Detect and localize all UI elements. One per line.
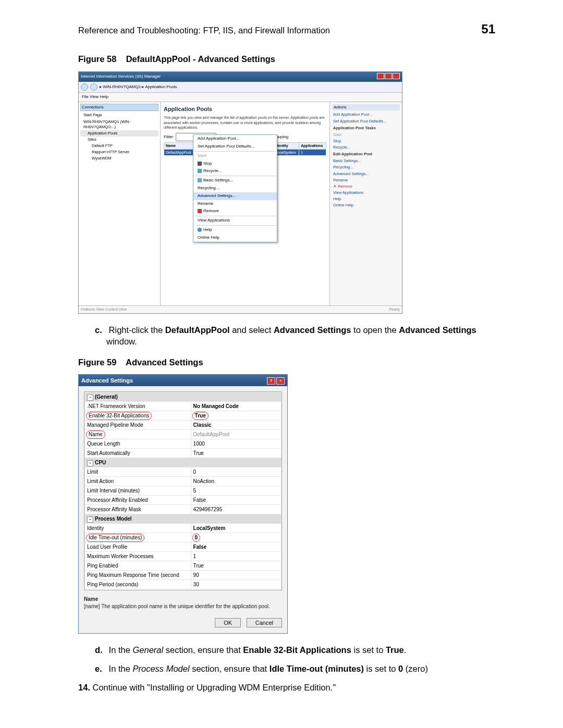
act-online-help[interactable]: Online Help bbox=[332, 202, 400, 208]
act-recycling[interactable]: Recycling... bbox=[332, 164, 400, 170]
adv-description: Name [name] The application pool name is… bbox=[84, 596, 282, 610]
ctx-add[interactable]: Add Application Pool... bbox=[193, 135, 277, 143]
act-view-apps[interactable]: View Applications bbox=[332, 190, 400, 196]
iis-menubar[interactable]: File View Help bbox=[79, 93, 402, 102]
tree-start-page[interactable]: Start Page bbox=[80, 112, 158, 118]
advanced-settings-dialog: Advanced Settings ?× -(General) .NET Fra… bbox=[78, 374, 288, 633]
row-enable32[interactable]: Enable 32-Bit Applications bbox=[85, 411, 191, 421]
tree-wdm[interactable]: WyseWDM bbox=[80, 155, 158, 162]
footer-tabs[interactable]: Features View Content View bbox=[81, 307, 127, 312]
step-14-text: Continue with "Installing or Upgrading W… bbox=[93, 683, 336, 692]
tree-server[interactable]: WIN-RH0V7QAMQ1 (WIN-RH0V7QAMQ1\...) bbox=[80, 119, 158, 130]
iis-center-pane: Application Pools This page lets you vie… bbox=[161, 102, 329, 305]
grp-general: (General) bbox=[95, 394, 118, 400]
iis-actions-panel: Actions Add Application Pool... Set Appl… bbox=[329, 102, 402, 305]
cancel-button[interactable]: Cancel bbox=[247, 618, 282, 627]
iis-titlebar: Internet Information Services (IIS) Mana… bbox=[79, 72, 402, 82]
expand-icon[interactable]: - bbox=[87, 394, 93, 401]
step-c-label: c. bbox=[95, 324, 106, 336]
row-name[interactable]: Name bbox=[85, 430, 191, 439]
cell-apps: 1 bbox=[299, 149, 326, 155]
page-header: Reference and Troubleshooting: FTP, IIS,… bbox=[78, 21, 495, 38]
act-tasks-hd: Application Pool Tasks bbox=[332, 125, 400, 132]
ctx-online-help[interactable]: Online Help bbox=[193, 234, 277, 242]
ctx-basic[interactable]: Basic Settings... bbox=[193, 177, 277, 184]
ctx-advanced[interactable]: Advanced Settings... bbox=[193, 192, 277, 200]
expand-icon[interactable]: - bbox=[87, 516, 93, 523]
adv-property-grid[interactable]: -(General) .NET Framework VersionNo Mana… bbox=[84, 391, 282, 590]
cell-name: DefaultAppPool bbox=[164, 149, 195, 155]
tree-default-ftp[interactable]: Default FTP bbox=[80, 143, 158, 149]
row-idle-timeout[interactable]: Idle Time-out (minutes) bbox=[85, 533, 191, 542]
act-start: Start bbox=[332, 132, 400, 138]
step-14-label: 14. bbox=[78, 683, 90, 692]
context-menu[interactable]: Add Application Pool... Set Application … bbox=[193, 134, 277, 242]
ctx-recycle[interactable]: Recycle... bbox=[193, 167, 277, 175]
help-button-icon[interactable]: ? bbox=[267, 377, 275, 385]
iis-breadcrumb: ▸ WIN-RH0V7QAMQ1 ▸ Application Pools bbox=[100, 84, 177, 90]
step-c: c. Right-click the DefaultAppPool and se… bbox=[95, 324, 495, 348]
connections-header: Connections bbox=[80, 104, 158, 111]
filter-label: Filter: bbox=[164, 134, 174, 140]
adv-desc-text: [name] The application pool name is the … bbox=[84, 603, 270, 609]
ctx-rename[interactable]: Rename bbox=[193, 200, 277, 208]
stop-icon bbox=[198, 162, 202, 166]
ctx-defaults[interactable]: Set Application Pool Defaults... bbox=[193, 143, 277, 151]
ctx-recycling[interactable]: Recycling... bbox=[193, 184, 277, 192]
act-stop[interactable]: Stop bbox=[332, 138, 400, 144]
tree-sites[interactable]: Sites bbox=[80, 137, 158, 143]
iis-connections-panel: Connections Start Page WIN-RH0V7QAMQ1 (W… bbox=[79, 102, 161, 305]
ok-button[interactable]: OK bbox=[215, 618, 241, 627]
grp-process-model: Process Model bbox=[95, 516, 132, 522]
pane-title: Application Pools bbox=[164, 105, 326, 113]
step-d: d. In the General section, ensure that E… bbox=[95, 644, 495, 656]
act-add[interactable]: Add Application Pool... bbox=[332, 112, 400, 118]
act-edit-hd: Edit Application Pool bbox=[332, 151, 400, 158]
act-remove[interactable]: ✕ Remove bbox=[332, 183, 400, 190]
ctx-stop[interactable]: Stop bbox=[193, 160, 277, 168]
nav-back-icon[interactable] bbox=[81, 83, 88, 91]
iis-address-bar: ▸ WIN-RH0V7QAMQ1 ▸ Application Pools bbox=[79, 82, 402, 93]
col-apps[interactable]: Applications bbox=[299, 143, 326, 149]
adv-desc-name: Name bbox=[84, 596, 282, 603]
ctx-start: Start bbox=[193, 152, 277, 160]
step-e: e. In the Process Model section, ensure … bbox=[95, 663, 495, 674]
pane-description: This page lets you view and manage the l… bbox=[164, 115, 326, 130]
act-rename[interactable]: Rename bbox=[332, 177, 400, 183]
tree-app-pools[interactable]: Application Pools bbox=[80, 130, 158, 137]
figure-59-caption: Figure 59 Advanced Settings bbox=[78, 356, 495, 368]
iis-tree[interactable]: Start Page WIN-RH0V7QAMQ1 (WIN-RH0V7QAMQ… bbox=[80, 112, 158, 162]
act-defaults[interactable]: Set Application Pool Defaults... bbox=[332, 118, 400, 125]
col-name[interactable]: Name bbox=[164, 143, 195, 149]
figure-58-caption: Figure 58 DefaultAppPool - Advanced Sett… bbox=[78, 53, 495, 65]
ctx-help[interactable]: Help bbox=[193, 226, 277, 234]
act-help[interactable]: Help bbox=[332, 196, 400, 202]
settings-icon bbox=[198, 178, 202, 182]
act-advanced[interactable]: Advanced Settings... bbox=[332, 171, 400, 177]
tree-rapport[interactable]: Rapport HTTP Server bbox=[80, 149, 158, 155]
close-icon[interactable]: × bbox=[276, 377, 285, 385]
grp-cpu: CPU bbox=[95, 460, 106, 465]
step-e-label: e. bbox=[95, 663, 106, 674]
recycle-icon bbox=[198, 169, 202, 173]
act-recycle[interactable]: Recycle... bbox=[332, 144, 400, 151]
iis-window-title: Internet Information Services (IIS) Mana… bbox=[81, 74, 161, 80]
step-14: 14. Continue with "Installing or Upgradi… bbox=[78, 682, 495, 693]
remove-icon bbox=[198, 209, 202, 213]
iis-manager-screenshot: Internet Information Services (IIS) Mana… bbox=[78, 71, 402, 314]
nav-fwd-icon[interactable] bbox=[90, 83, 97, 91]
fig59-text: Advanced Settings bbox=[126, 357, 203, 367]
ctx-view-apps[interactable]: View Applications bbox=[193, 217, 277, 225]
actions-header: Actions bbox=[332, 104, 400, 110]
adv-titlebar: Advanced Settings ?× bbox=[79, 375, 287, 386]
fig58-prefix: Figure 58 bbox=[78, 54, 116, 64]
iis-window-buttons[interactable] bbox=[376, 73, 400, 81]
header-title: Reference and Troubleshooting: FTP, IIS,… bbox=[78, 24, 330, 36]
ctx-remove[interactable]: Remove bbox=[193, 207, 277, 215]
act-basic[interactable]: Basic Settings... bbox=[332, 158, 400, 164]
step-d-label: d. bbox=[95, 644, 106, 656]
page-number: 51 bbox=[481, 21, 495, 38]
expand-icon[interactable]: - bbox=[87, 460, 93, 466]
fig58-text: DefaultAppPool - Advanced Settings bbox=[126, 54, 275, 64]
iis-statusbar: Features View Content View Ready bbox=[79, 305, 402, 313]
